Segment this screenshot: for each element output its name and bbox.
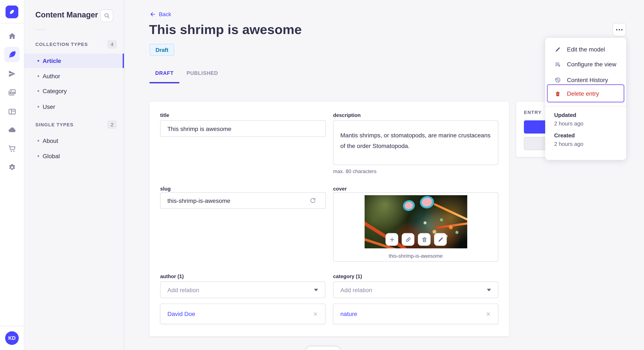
collection-types-heading: COLLECTION TYPES [35, 42, 88, 47]
single-types-heading: SINGLE TYPES [35, 122, 74, 127]
shrimp-eye [419, 195, 435, 209]
sidebar-item-label: Author [42, 73, 60, 80]
updated-label: Updated [554, 112, 576, 118]
category-add-relation-select[interactable]: Add relation [333, 282, 498, 298]
link-icon [405, 236, 411, 243]
bullet-icon [38, 140, 39, 142]
author-relation-item[interactable]: David Doe [160, 304, 326, 324]
close-icon[interactable] [313, 311, 318, 317]
sidebar-title: Content Manager [35, 11, 98, 19]
page-title: This shrimp is awesome [149, 22, 302, 37]
status-badge: Draft [150, 44, 174, 56]
description-textarea[interactable]: Mantis shrimps, or stomatopods, are mari… [333, 120, 498, 165]
strapi-admin-app: KD Content Manager COLLECTION TYPES 4 Ar… [0, 0, 644, 350]
pencil-icon [437, 236, 444, 243]
description-hint: max. 80 characters [333, 169, 376, 174]
sidebar-item-user[interactable]: User [24, 100, 124, 114]
bullet-icon [38, 106, 39, 108]
menu-item-edit-model[interactable]: Edit the model [545, 42, 626, 57]
refresh-icon[interactable] [308, 195, 318, 205]
created-label: Created [554, 132, 575, 139]
trash-icon [421, 236, 428, 243]
active-indicator-bar [123, 54, 124, 68]
cover-field-label: cover [333, 186, 347, 192]
sidebar-item-article[interactable]: Article [24, 54, 124, 68]
sidebar-item-label: About [42, 137, 58, 144]
menu-item-label: Content History [567, 77, 608, 83]
keyboard-focus-highlight [547, 84, 624, 103]
arrow-left-icon [150, 11, 156, 17]
history-icon [554, 77, 561, 83]
author-add-relation-select[interactable]: Add relation [160, 282, 326, 298]
delete-asset-button[interactable] [418, 233, 430, 246]
list-plus-icon [554, 61, 561, 67]
scroll-pill[interactable] [306, 347, 341, 350]
copy-link-button[interactable] [402, 233, 414, 246]
sidebar-divider [35, 29, 46, 30]
bullet-icon [38, 155, 39, 157]
sidebar-item-author[interactable]: Author [24, 69, 124, 83]
back-link[interactable]: Back [150, 11, 171, 17]
author-field-label: author (1) [160, 273, 184, 279]
tab-draft[interactable]: DRAFT [150, 70, 179, 76]
slug-input[interactable] [160, 192, 326, 209]
rail-bottom-divider [0, 326, 24, 326]
menu-item-configure-view[interactable]: Configure the view [545, 57, 626, 71]
relation-link[interactable]: nature [340, 311, 357, 317]
collection-types-count-badge: 4 [107, 40, 117, 48]
tab-published[interactable]: PUBLISHED [186, 70, 215, 76]
plus-icon [389, 236, 395, 243]
add-relation-placeholder: Add relation [340, 286, 372, 293]
content-manager-nav-active[interactable] [4, 47, 20, 62]
strapi-logo-icon [6, 5, 18, 18]
category-field-label: category (1) [333, 273, 362, 279]
created-value: 2 hours ago [554, 141, 583, 147]
add-relation-placeholder: Add relation [168, 286, 199, 293]
entry-panel-title: ENTRY [524, 110, 542, 115]
single-types-count-badge: 2 [107, 120, 117, 129]
bullet-icon [38, 90, 39, 92]
cover-image-shrimp [364, 195, 467, 248]
description-field-label: description [333, 112, 360, 118]
user-avatar[interactable]: KD [5, 331, 19, 345]
paper-plane-icon[interactable] [7, 68, 17, 79]
close-icon[interactable] [486, 311, 491, 317]
entry-options-menu: Edit the model Configure the view [545, 38, 626, 160]
media-images-icon[interactable] [7, 87, 17, 97]
content-manager-sidebar: Content Manager COLLECTION TYPES 4 Artic… [24, 0, 124, 350]
main-content: Back This shrimp is awesome Draft DRAFT … [124, 0, 644, 350]
menu-item-label: Configure the view [567, 61, 616, 68]
shrimp-arm [364, 221, 407, 248]
rail-divider [0, 23, 24, 23]
more-options-button[interactable] [612, 23, 626, 37]
sidebar-item-label: Category [42, 88, 67, 94]
sidebar-item-about[interactable]: About [24, 134, 124, 148]
menu-divider [545, 106, 626, 106]
gear-icon[interactable] [7, 162, 17, 172]
home-icon[interactable] [7, 31, 17, 41]
menu-item-label: Edit the model [567, 46, 605, 53]
search-icon [103, 12, 110, 19]
title-input[interactable] [160, 120, 326, 137]
sidebar-item-label: User [42, 103, 55, 110]
slug-field-label: slug [160, 186, 170, 192]
pencil-icon [554, 46, 561, 52]
sidebar-item-global[interactable]: Global [24, 149, 124, 163]
chevron-down-icon [487, 289, 491, 291]
search-button[interactable] [100, 9, 113, 22]
cover-caption: this-shrimp-is-awesome [333, 253, 498, 259]
updated-value: 2 hours ago [554, 120, 583, 127]
layout-builder-icon[interactable] [7, 106, 17, 117]
sidebar-item-label: Global [42, 153, 60, 160]
cart-icon[interactable] [7, 143, 17, 154]
edit-form-card: title description Mantis shrimps, or sto… [150, 102, 509, 336]
sidebar-item-label: Article [42, 57, 61, 64]
category-relation-item[interactable]: nature [333, 304, 498, 324]
shrimp-eye [402, 199, 416, 212]
add-asset-button[interactable] [386, 233, 398, 246]
sidebar-item-category[interactable]: Category [24, 84, 124, 98]
relation-link[interactable]: David Doe [168, 311, 195, 317]
cloud-icon[interactable] [7, 125, 17, 135]
edit-asset-button[interactable] [434, 233, 447, 246]
feather-content-icon [8, 50, 16, 59]
